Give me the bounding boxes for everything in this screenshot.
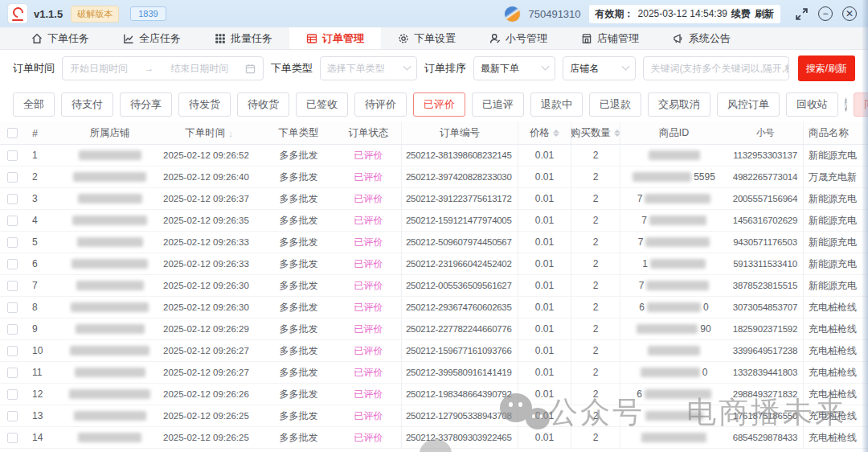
- column-header-check: [0, 122, 24, 144]
- status-tab[interactable]: 已退款: [589, 92, 641, 117]
- keyword-input[interactable]: 关键词(支持多个关键词以,隔开,标注模糊的不: [643, 56, 788, 80]
- status-tab[interactable]: 待分享: [120, 92, 172, 117]
- price: 0.01: [518, 362, 571, 383]
- sub-account: 1456316702629: [727, 210, 804, 231]
- status-tab[interactable]: 交易取消: [648, 92, 710, 117]
- chevron-down-icon: [403, 62, 411, 70]
- status-tab[interactable]: 待发货: [178, 92, 231, 117]
- sort-descending-icon[interactable]: ↓: [228, 129, 233, 138]
- row-checkbox[interactable]: [7, 368, 18, 378]
- order-time: 2025-02-12 09:26:25: [157, 427, 261, 448]
- column-header-price[interactable]: 价格: [518, 122, 571, 144]
- status-tab[interactable]: 风控订单: [717, 92, 780, 117]
- status-tab[interactable]: 回收站: [786, 92, 838, 117]
- order-type: 多多批发: [261, 318, 336, 339]
- product-id-masked: 5595: [620, 166, 727, 187]
- column-header-type: 下单类型: [261, 122, 336, 144]
- order-type: 多多批发: [261, 427, 336, 448]
- status-tab[interactable]: 待支付: [61, 92, 113, 117]
- order-time: 2025-02-12 09:26:27: [157, 340, 261, 361]
- row-index: 2: [24, 166, 63, 187]
- filter-bar: 订单时间 开始日期时间 → 结束日期时间 下单类型 选择下单类型 订单排序 最新…: [0, 50, 868, 87]
- fullscreen-icon[interactable]: [795, 7, 809, 21]
- sub-account: 5913311533410: [727, 253, 804, 274]
- nav-item-2[interactable]: 全店任务: [106, 27, 198, 49]
- order-number: 250212-391223775613172: [402, 188, 518, 209]
- sort-caret-icon[interactable]: [553, 129, 559, 137]
- status-tab[interactable]: 已追评: [472, 92, 524, 117]
- order-time: 2025-02-12 09:26:27: [157, 362, 261, 383]
- row-checkbox[interactable]: [7, 216, 18, 226]
- row-checkbox[interactable]: [7, 237, 18, 248]
- date-end-placeholder[interactable]: 结束日期时间: [170, 62, 228, 76]
- product-name: 新能源充电: [804, 232, 868, 253]
- row-checkbox[interactable]: [7, 302, 18, 313]
- minimize-button[interactable]: −: [818, 6, 833, 21]
- row-checkbox[interactable]: [7, 259, 18, 269]
- nav-item-1[interactable]: 下单任务: [14, 27, 106, 49]
- close-button[interactable]: ✕: [842, 6, 857, 21]
- row-checkbox[interactable]: [7, 346, 18, 356]
- order-type: 多多批发: [261, 297, 336, 318]
- order-status: 已评价: [336, 340, 402, 361]
- select-all-checkbox[interactable]: [7, 128, 18, 138]
- store-name-masked: [74, 411, 146, 421]
- order-type-placeholder: 选择下单类型: [327, 62, 385, 76]
- status-tab[interactable]: 待评价: [354, 92, 407, 117]
- order-number: 250212-159121477974005: [402, 210, 518, 231]
- quantity: 2: [571, 275, 620, 296]
- product-id-masked: 1: [620, 253, 727, 274]
- row-checkbox[interactable]: [7, 281, 18, 291]
- row-checkbox[interactable]: [7, 194, 18, 204]
- status-tab[interactable]: 待收货: [237, 92, 289, 117]
- search-field-select[interactable]: 店铺名: [563, 56, 636, 80]
- column-header-qty[interactable]: 购买数量: [571, 122, 620, 144]
- nav-item-5[interactable]: 下单设置: [381, 27, 473, 49]
- store-name-masked: [76, 281, 144, 290]
- row-index: 8: [24, 297, 63, 318]
- row-checkbox[interactable]: [7, 324, 18, 335]
- order-sort-select[interactable]: 最新下单: [473, 56, 555, 80]
- store-name-masked: [71, 302, 149, 312]
- price: 0.01: [518, 145, 571, 166]
- nav-item-7[interactable]: 店铺管理: [564, 27, 656, 49]
- column-header-time[interactable]: 下单时间↓: [157, 122, 261, 144]
- row-checkbox[interactable]: [7, 150, 18, 161]
- order-time: 2025-02-12 09:26:29: [157, 318, 261, 339]
- orders-table: #所属店铺下单时间↓下单类型订单状态订单编号价格购买数量商品ID小号商品名称12…: [0, 122, 868, 449]
- row-checkbox[interactable]: [7, 172, 18, 183]
- gear-icon: [398, 33, 409, 44]
- date-start-placeholder[interactable]: 开始日期时间: [70, 62, 128, 76]
- order-type-select[interactable]: 选择下单类型: [320, 56, 417, 80]
- quantity: 2: [571, 340, 620, 361]
- sync-order-details-button[interactable]: 同步订单详情: [854, 92, 868, 117]
- sub-account: 4982265773014: [727, 166, 804, 187]
- row-checkbox[interactable]: [7, 411, 18, 421]
- nav-item-3[interactable]: 批量任务: [198, 27, 289, 49]
- quantity: 2: [571, 232, 620, 253]
- avatar[interactable]: [505, 6, 520, 22]
- renew-link[interactable]: 续费: [731, 7, 751, 21]
- status-tab[interactable]: 全部: [13, 92, 55, 117]
- row-checkbox[interactable]: [7, 433, 18, 443]
- status-tab[interactable]: 已签收: [296, 92, 348, 117]
- nav-item-4[interactable]: 订单管理: [289, 27, 381, 49]
- nav-item-6[interactable]: 小号管理: [473, 27, 564, 49]
- column-header-status: 订单状态: [336, 122, 402, 144]
- store-name-masked: [70, 346, 149, 355]
- status-tab[interactable]: 已评价: [413, 92, 465, 117]
- sort-caret-icon[interactable]: [614, 129, 620, 137]
- app-version: v1.1.5: [34, 8, 63, 20]
- quantity: 2: [571, 188, 620, 209]
- row-checkbox[interactable]: [7, 389, 18, 400]
- status-tab[interactable]: 退款中: [530, 92, 583, 117]
- nav-item-8[interactable]: 系统公告: [656, 27, 747, 49]
- refresh-link[interactable]: 刷新: [755, 7, 774, 21]
- info-icon[interactable]: i: [845, 98, 847, 112]
- date-range-input[interactable]: 开始日期时间 → 结束日期时间: [62, 56, 264, 80]
- sub-account: 1761875186550: [727, 405, 804, 426]
- order-number: 250212-159677161093766: [402, 340, 518, 361]
- price: 0.01: [518, 188, 571, 209]
- search-refresh-button[interactable]: 搜索/刷新: [798, 55, 855, 81]
- price: 0.01: [518, 210, 571, 231]
